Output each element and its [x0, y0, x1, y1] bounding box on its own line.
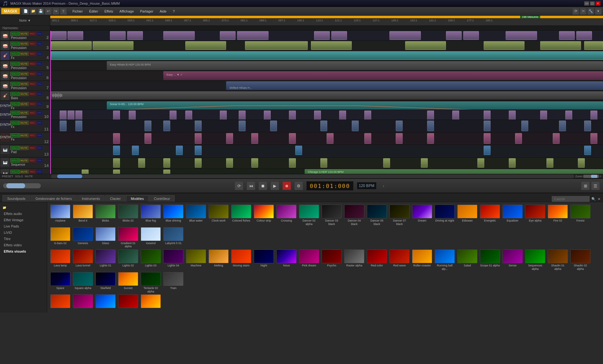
- grid-view-button[interactable]: ⊞: [581, 181, 590, 190]
- track-scrollbar-thumb[interactable]: [57, 174, 82, 178]
- clip-9-4[interactable]: [113, 110, 120, 120]
- media-item-6[interactable]: Blue water: [185, 205, 207, 226]
- clip-13-4[interactable]: [195, 158, 202, 168]
- tab-soundpools[interactable]: Soundpools: [3, 195, 30, 202]
- fx-btn-12[interactable]: FX•: [36, 146, 42, 150]
- media-item-22[interactable]: Shaolin 01 alpha: [547, 249, 568, 271]
- media-item-18[interactable]: Salad: [457, 249, 478, 271]
- menu-effets[interactable]: Effets: [102, 9, 116, 14]
- clip-9-6[interactable]: [170, 110, 177, 120]
- clip-9-20[interactable]: [565, 110, 572, 120]
- clip-12-4[interactable]: [195, 146, 202, 155]
- fx-btn-13[interactable]: FX•: [36, 158, 42, 163]
- clip-11-1[interactable]: [113, 133, 120, 144]
- clip-9-14[interactable]: [364, 110, 371, 120]
- zoom-slider[interactable]: [583, 175, 599, 178]
- clip-9-19[interactable]: [540, 110, 547, 120]
- clip-11-5[interactable]: [251, 133, 258, 144]
- clip-1-4[interactable]: [127, 31, 143, 40]
- track-row-5[interactable]: Easy ... ▼ ✓: [50, 71, 603, 81]
- media-item-28[interactable]: Tentacle 02 alpha: [140, 272, 161, 293]
- media-item-21[interactable]: Sequences alpha: [524, 249, 546, 271]
- sidebar-live-pads[interactable]: Live Pads: [0, 223, 47, 229]
- tab-clavier[interactable]: Clavier: [105, 195, 125, 202]
- rec-btn-12[interactable]: REC: [29, 146, 36, 150]
- sidebar-effets-visuels[interactable]: Effets visuels: [0, 248, 47, 254]
- zoom-plus[interactable]: +: [600, 175, 601, 178]
- mute-btn-1[interactable]: MUTE: [19, 32, 29, 36]
- media-item-12[interactable]: Dancer 03 black: [321, 205, 342, 226]
- tab-modeles[interactable]: Modèles: [126, 195, 149, 202]
- clip-11-2[interactable]: [144, 133, 151, 144]
- clip-14-1[interactable]: Chicago 3.HDP 120.00 BPM: [305, 169, 603, 174]
- media-item-24[interactable]: G-bars 02: [50, 227, 71, 249]
- clip-9-8[interactable]: [220, 110, 227, 120]
- play-button[interactable]: ▶: [270, 181, 279, 190]
- track-row-3[interactable]: [50, 51, 603, 61]
- clip-13-5[interactable]: [226, 158, 233, 168]
- media-item-4[interactable]: [140, 294, 161, 309]
- clip-1-3[interactable]: [110, 31, 126, 40]
- menu-aide[interactable]: Aide: [157, 9, 169, 14]
- track-row-7[interactable]: [50, 91, 603, 101]
- media-item-17[interactable]: Running ball alp...: [434, 249, 455, 271]
- clip-11-12[interactable]: [515, 133, 522, 144]
- media-item-9[interactable]: Colour strip: [253, 205, 274, 226]
- solo-btn-8[interactable]: SOLO: [10, 102, 19, 106]
- search-icon[interactable]: 🔍: [591, 197, 596, 201]
- fx-btn-1[interactable]: FX•: [36, 32, 42, 36]
- clip-10-4[interactable]: [163, 120, 170, 131]
- mute-btn-8[interactable]: MUTE: [19, 102, 29, 106]
- clip-2-7[interactable]: [484, 41, 524, 50]
- media-item-10[interactable]: Crossing: [276, 205, 297, 226]
- rec-btn-11[interactable]: REC: [29, 133, 36, 137]
- zoom-slider-thumb[interactable]: [591, 175, 597, 178]
- media-item-23[interactable]: Shaolin 02 alpha: [570, 249, 591, 271]
- tab-instruments[interactable]: Instruments: [77, 195, 105, 202]
- menu-question[interactable]: ?: [170, 9, 177, 14]
- track-row-10[interactable]: [50, 120, 603, 132]
- clip-1-8[interactable]: [314, 31, 330, 40]
- media-item-10[interactable]: Nova: [276, 249, 297, 271]
- clip-13-9[interactable]: [383, 158, 390, 168]
- rec-btn-7[interactable]: REC: [29, 92, 36, 96]
- media-item-1[interactable]: Bend it: [72, 205, 94, 226]
- close-panel-button[interactable]: ✕: [598, 197, 600, 201]
- mute-btn-10[interactable]: MUTE: [19, 121, 29, 125]
- track-row-11[interactable]: [50, 132, 603, 145]
- clip-10-5[interactable]: [195, 120, 202, 131]
- rec-btn-4[interactable]: REC: [29, 62, 36, 66]
- clip-9-9[interactable]: [239, 110, 246, 120]
- media-item-14[interactable]: Dancer 05 black: [366, 205, 388, 226]
- search-input[interactable]: [552, 196, 589, 202]
- media-item-0[interactable]: Airplane: [50, 205, 71, 226]
- clip-13-2[interactable]: [138, 158, 145, 168]
- media-item-28[interactable]: Icewind: [140, 227, 161, 249]
- mute-btn-2[interactable]: MUTE: [19, 42, 29, 46]
- toolbar-extra-3[interactable]: 🔧: [587, 8, 594, 15]
- open-button[interactable]: 📁: [30, 8, 37, 15]
- clip-2-9[interactable]: [584, 41, 603, 50]
- clip-13-6[interactable]: [251, 158, 258, 168]
- fx-btn-2[interactable]: FX•: [36, 42, 42, 46]
- clip-13-1[interactable]: [113, 158, 120, 168]
- clip-2-5[interactable]: [311, 41, 352, 50]
- clip-8-1[interactable]: Sonar 8-HD... 120.00 BPM: [107, 101, 603, 110]
- minimize-button[interactable]: —: [584, 1, 589, 6]
- rec-btn-10[interactable]: REC: [29, 121, 36, 125]
- mute-btn-7[interactable]: MUTE: [19, 92, 29, 96]
- clip-5-1[interactable]: Easy ... ▼ ✓: [163, 71, 603, 80]
- media-item-11[interactable]: Pink dream: [298, 249, 320, 271]
- sidebar-effets-audio[interactable]: Effets audio: [0, 211, 47, 217]
- track-row-13[interactable]: [50, 158, 603, 169]
- tab-gestionnaire[interactable]: Gestionnaire de fichiers: [31, 195, 77, 202]
- track-row-4[interactable]: Easy Hihats B.HDP 120.00 BPM: [50, 61, 603, 71]
- solo-btn-5[interactable]: SOLO: [10, 72, 19, 76]
- media-item-11[interactable]: Dancer 02 alpha: [298, 205, 320, 226]
- clip-12-1[interactable]: [113, 146, 120, 155]
- rec-btn-2[interactable]: REC: [29, 42, 36, 46]
- media-item-25[interactable]: Square alpha: [72, 272, 94, 293]
- media-item-26[interactable]: Glass: [95, 227, 116, 249]
- clip-12-5[interactable]: [295, 146, 302, 155]
- clip-10-15[interactable]: [584, 120, 591, 131]
